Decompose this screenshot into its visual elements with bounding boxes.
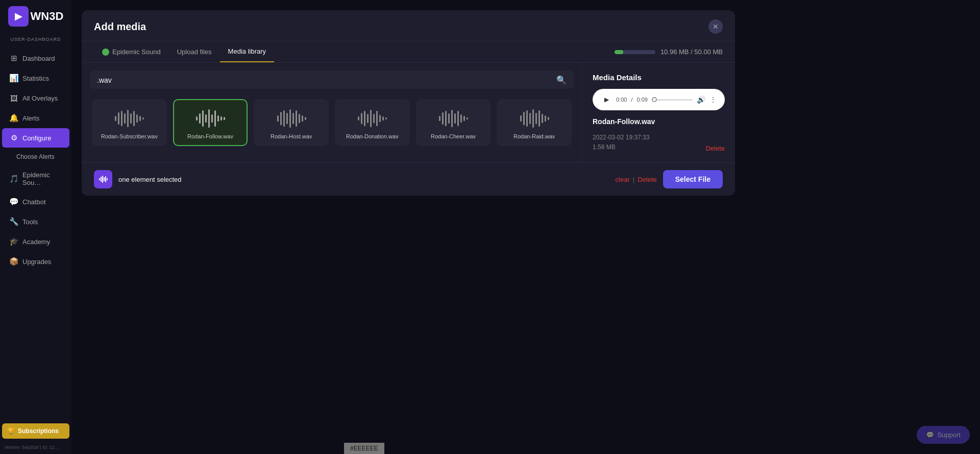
overlays-icon: 🖼 [9, 93, 18, 103]
file-card-1[interactable]: Rodan-Follow.wav [173, 99, 248, 146]
svg-rect-23 [286, 113, 288, 124]
file-area: 🔍 [82, 63, 582, 162]
svg-rect-25 [292, 113, 294, 124]
footer-delete-button[interactable]: Delete [638, 176, 657, 183]
storage-fill [615, 50, 624, 54]
audio-total-time: 0:09 [636, 97, 647, 103]
sidebar-item-label: Choose Alerts [16, 153, 55, 160]
modal-tabs: Epidemic Sound Upload files Media librar… [82, 41, 735, 63]
academy-icon: 🎓 [9, 237, 18, 246]
svg-rect-7 [136, 114, 138, 123]
sidebar-item-epidemic-sound[interactable]: 🎵 Epidemic Sou… [2, 166, 69, 192]
sidebar-item-dashboard[interactable]: ⊞ Dashboard [2, 49, 69, 68]
sidebar-item-label: All Overlays [22, 94, 58, 102]
svg-rect-40 [439, 116, 440, 121]
sidebar-item-configure[interactable]: ⚙ Configure [2, 128, 69, 148]
file-name-4: Rodan-Cheer.wav [431, 133, 476, 140]
search-bar: 🔍 [90, 71, 574, 89]
svg-rect-28 [302, 115, 303, 122]
epidemic-sound-dot [102, 49, 109, 56]
svg-rect-13 [205, 114, 207, 123]
sidebar-item-all-overlays[interactable]: 🖼 All Overlays [2, 88, 69, 108]
configure-icon: ⚙ [9, 133, 18, 142]
file-card-5[interactable]: Rodan-Raid.wav [497, 99, 572, 146]
tools-icon: 🔧 [9, 217, 18, 226]
play-button[interactable]: ▶ [601, 94, 612, 105]
sidebar-item-academy[interactable]: 🎓 Academy [2, 232, 69, 251]
sidebar-item-chatbot[interactable]: 💬 Chatbot [2, 192, 69, 211]
sidebar-item-statistics[interactable]: 📊 Statistics [2, 68, 69, 88]
svg-rect-44 [451, 110, 453, 127]
sidebar-item-label: Upgrades [22, 258, 51, 266]
svg-rect-42 [445, 111, 447, 126]
footer-actions: clear | Delete [616, 176, 657, 183]
audio-player: ▶ 0:00 / 0:09 🔊 ⋮ [593, 89, 725, 110]
sidebar-item-upgrades[interactable]: 📦 Upgrades [2, 252, 69, 271]
svg-rect-58 [545, 115, 546, 122]
sidebar-item-tools[interactable]: 🔧 Tools [2, 212, 69, 231]
audio-current-time: 0:00 [616, 97, 627, 103]
modal-overlay: Add media ✕ Epidemic Sound Upload files … [71, 0, 980, 454]
waveform-icon-5 [518, 108, 551, 129]
clear-button[interactable]: clear [616, 176, 630, 183]
select-file-button[interactable]: Select File [663, 170, 723, 188]
tab-epidemic-label: Epidemic Sound [112, 48, 161, 56]
media-details-title: Media Details [593, 73, 725, 82]
svg-rect-19 [224, 117, 225, 120]
svg-rect-53 [529, 113, 531, 124]
selected-file-thumb [94, 170, 112, 188]
svg-rect-32 [364, 111, 365, 126]
svg-rect-33 [367, 114, 369, 123]
media-delete-button[interactable]: Delete [705, 145, 725, 152]
add-media-modal: Add media ✕ Epidemic Sound Upload files … [82, 10, 735, 196]
svg-rect-61 [101, 177, 102, 182]
svg-rect-48 [463, 116, 465, 121]
file-card-4[interactable]: Rodan-Cheer.wav [416, 99, 491, 146]
svg-rect-65 [107, 178, 108, 180]
svg-rect-64 [105, 176, 106, 182]
tab-media-lib-label: Media library [228, 47, 266, 55]
svg-rect-12 [202, 110, 204, 127]
svg-rect-55 [535, 113, 537, 124]
waveform-icon-4 [437, 108, 470, 129]
svg-rect-62 [102, 176, 103, 183]
storage-bar [615, 50, 655, 54]
file-card-0[interactable]: Rodan-Subscriber.wav [92, 99, 167, 146]
svg-rect-24 [289, 109, 291, 128]
svg-rect-11 [199, 113, 201, 124]
statistics-icon: 📊 [9, 74, 18, 83]
sidebar-nav: ⊞ Dashboard 📊 Statistics 🖼 All Overlays … [0, 48, 71, 421]
tab-upload-files[interactable]: Upload files [169, 42, 220, 62]
upgrades-icon: 📦 [9, 257, 18, 266]
svg-rect-36 [376, 111, 378, 126]
file-card-3[interactable]: Rodan-Donation.wav [335, 99, 410, 146]
svg-rect-52 [526, 110, 528, 127]
alerts-icon: 🔔 [9, 113, 18, 123]
svg-rect-18 [220, 116, 222, 121]
file-name-1: Rodan-Follow.wav [187, 133, 233, 140]
svg-rect-47 [460, 114, 462, 123]
file-card-2[interactable]: Rodan-Host.wav [254, 99, 329, 146]
search-input[interactable] [97, 76, 552, 84]
media-date: 2022-03-02 19:37:33 [593, 134, 649, 141]
svg-rect-3 [124, 113, 126, 124]
svg-rect-51 [523, 112, 525, 125]
svg-rect-22 [283, 110, 285, 127]
tab-media-library[interactable]: Media library [220, 41, 274, 62]
user-label: USER-DASHBOARD [0, 33, 71, 48]
svg-rect-2 [121, 111, 122, 126]
subscribe-button[interactable]: 🏆 Subscriptions [2, 423, 69, 439]
sidebar-item-choose-alerts[interactable]: Choose Alerts [2, 148, 69, 165]
audio-progress-bar[interactable] [652, 99, 693, 101]
chatbot-icon: 💬 [9, 197, 18, 206]
tab-epidemic-sound[interactable]: Epidemic Sound [94, 42, 169, 62]
media-filename: Rodan-Follow.wav [593, 117, 725, 126]
waveform-icon-2 [275, 108, 308, 129]
more-options-icon[interactable]: ⋮ [709, 95, 717, 104]
svg-rect-39 [385, 117, 387, 120]
sidebar-item-alerts[interactable]: 🔔 Alerts [2, 108, 69, 128]
audio-progress-thumb [652, 97, 657, 102]
sidebar-item-label: Statistics [22, 75, 49, 82]
volume-icon[interactable]: 🔊 [697, 95, 705, 104]
close-button[interactable]: ✕ [708, 19, 723, 34]
